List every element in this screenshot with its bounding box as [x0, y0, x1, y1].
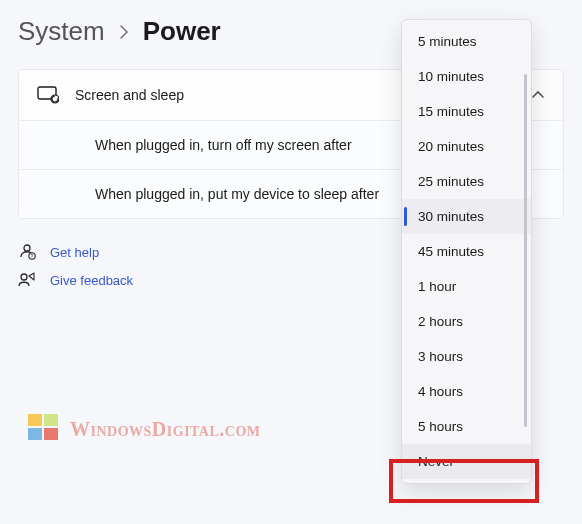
dropdown-option[interactable]: 5 hours — [402, 409, 531, 444]
dropdown-option[interactable]: 25 minutes — [402, 164, 531, 199]
dropdown-option[interactable]: 5 minutes — [402, 24, 531, 59]
svg-point-2 — [24, 245, 30, 251]
chevron-up-icon — [531, 90, 545, 100]
watermark: WindowsDigital.com — [28, 414, 261, 444]
dropdown-option[interactable]: 20 minutes — [402, 129, 531, 164]
svg-point-5 — [21, 274, 27, 280]
help-icon: ? — [18, 243, 36, 261]
monitor-icon — [37, 86, 59, 104]
dropdown-option[interactable]: 45 minutes — [402, 234, 531, 269]
get-help-label: Get help — [50, 245, 99, 260]
dropdown-option-selected[interactable]: 30 minutes — [402, 199, 531, 234]
scrollbar[interactable] — [524, 74, 527, 427]
dropdown-option[interactable]: 4 hours — [402, 374, 531, 409]
chevron-right-icon — [119, 25, 129, 39]
dropdown-option[interactable]: 1 hour — [402, 269, 531, 304]
watermark-logo-icon — [28, 414, 62, 444]
give-feedback-label: Give feedback — [50, 273, 133, 288]
dropdown-option-never[interactable]: Never — [402, 444, 531, 479]
breadcrumb-current: Power — [143, 16, 221, 47]
breadcrumb-parent[interactable]: System — [18, 16, 105, 47]
dropdown-option[interactable]: 2 hours — [402, 304, 531, 339]
svg-text:?: ? — [31, 253, 34, 259]
watermark-text: WindowsDigital.com — [70, 418, 261, 441]
dropdown-option[interactable]: 15 minutes — [402, 94, 531, 129]
feedback-icon — [18, 271, 36, 289]
dropdown-option[interactable]: 10 minutes — [402, 59, 531, 94]
duration-dropdown[interactable]: 5 minutes 10 minutes 15 minutes 20 minut… — [401, 19, 532, 484]
dropdown-option[interactable]: 3 hours — [402, 339, 531, 374]
